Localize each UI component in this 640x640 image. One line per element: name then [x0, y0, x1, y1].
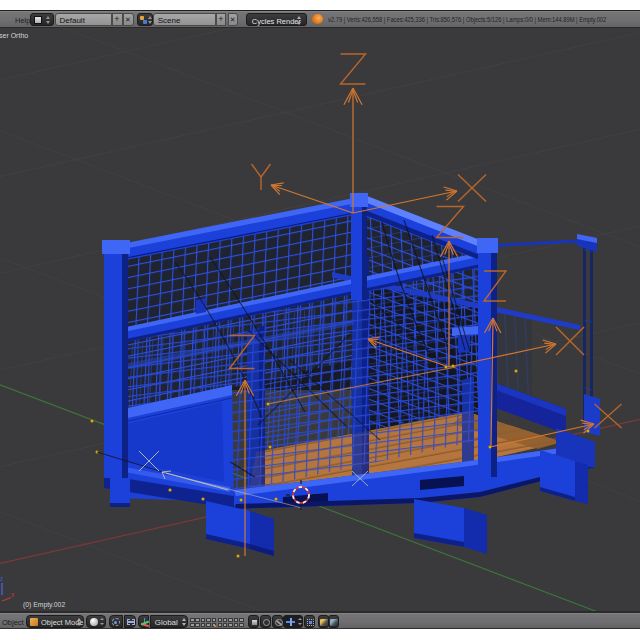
svg-text:z: z [0, 575, 3, 582]
svg-text:ser Ortho: ser Ortho [0, 32, 28, 39]
svg-text:(0) Empty.002: (0) Empty.002 [23, 601, 65, 609]
